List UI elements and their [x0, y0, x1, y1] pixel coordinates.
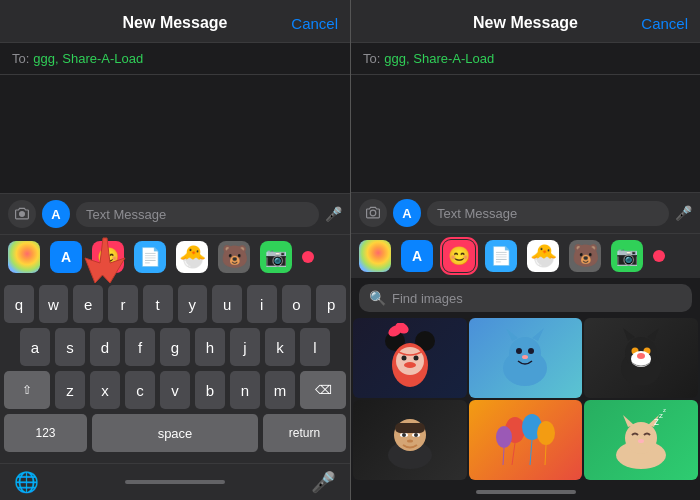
svg-point-18: [528, 348, 534, 354]
left-animoji-app-icon[interactable]: 🐻: [218, 241, 250, 273]
right-text-placeholder: Text Message: [437, 206, 517, 221]
balloons-gif: [490, 405, 560, 475]
key-d[interactable]: d: [90, 328, 120, 366]
right-stickers-app-icon[interactable]: 😊: [443, 240, 475, 272]
key-u[interactable]: u: [212, 285, 242, 323]
right-cancel-button[interactable]: Cancel: [641, 15, 688, 32]
key-m[interactable]: m: [265, 371, 295, 409]
right-input-bar: A Text Message 🎤: [351, 192, 700, 233]
svg-point-40: [537, 421, 555, 445]
sleeping-cat-gif: z z z: [606, 405, 676, 475]
key-q[interactable]: q: [4, 285, 34, 323]
right-home-bar: [351, 484, 700, 500]
key-b[interactable]: b: [195, 371, 225, 409]
left-photos-app-icon[interactable]: [8, 241, 40, 273]
right-animoji-app-icon[interactable]: 🐻: [569, 240, 601, 272]
svg-line-43: [503, 448, 504, 465]
right-appstore-button[interactable]: A: [393, 199, 421, 227]
key-i[interactable]: i: [247, 285, 277, 323]
key-y[interactable]: y: [178, 285, 208, 323]
keyboard-row-1: q w e r t y u i o p: [4, 285, 346, 323]
svg-point-34: [414, 433, 418, 437]
gif-sticker-panel: 🔍 Find images: [351, 278, 700, 484]
left-emoji-button[interactable]: 🌐: [14, 470, 39, 494]
gif-cell-blue-cat[interactable]: [469, 318, 583, 398]
left-memoji-app-icon[interactable]: 🐣: [176, 241, 208, 273]
left-mic-icon: 🎤: [325, 206, 342, 222]
left-more-indicator: [302, 251, 314, 263]
key-l[interactable]: l: [300, 328, 330, 366]
key-j[interactable]: j: [230, 328, 260, 366]
left-message-area[interactable]: [0, 75, 350, 193]
left-bottom-bar: 🌐 🎤: [0, 463, 350, 500]
left-cancel-button[interactable]: Cancel: [291, 15, 338, 32]
right-phone-panel: New Message Cancel To: ggg, Share-A-Load…: [350, 0, 700, 500]
svg-point-35: [407, 440, 413, 443]
right-camera-button[interactable]: [359, 199, 387, 227]
left-header: New Message Cancel: [0, 0, 350, 43]
gif-search-placeholder: Find images: [392, 291, 463, 306]
keyboard-row-3: ⇧ z x c v b n m ⌫: [4, 371, 346, 409]
svg-point-1: [19, 211, 25, 217]
key-delete[interactable]: ⌫: [300, 371, 346, 409]
right-gifs-app-icon[interactable]: 📷: [611, 240, 643, 272]
right-text-input[interactable]: Text Message: [427, 201, 669, 226]
key-a[interactable]: a: [20, 328, 50, 366]
gif-cell-person[interactable]: [353, 400, 467, 480]
key-return[interactable]: return: [263, 414, 346, 452]
svg-point-7: [396, 347, 424, 375]
svg-point-9: [413, 356, 418, 361]
left-stickers-app-icon[interactable]: 😊: [92, 241, 124, 273]
left-mic-button[interactable]: 🎤: [311, 470, 336, 494]
right-photos-app-icon[interactable]: [359, 240, 391, 272]
key-o[interactable]: o: [282, 285, 312, 323]
left-text-placeholder: Text Message: [86, 207, 166, 222]
person-gif: [375, 405, 445, 475]
key-g[interactable]: g: [160, 328, 190, 366]
left-home-indicator: [125, 480, 225, 484]
key-space[interactable]: space: [92, 414, 258, 452]
sylvester-gif: [606, 323, 676, 393]
key-t[interactable]: t: [143, 285, 173, 323]
left-text-input[interactable]: Text Message: [76, 202, 319, 227]
gif-cell-sleeping-cat[interactable]: z z z: [584, 400, 698, 480]
left-gifs-app-icon[interactable]: 📷: [260, 241, 292, 273]
svg-point-3: [370, 210, 376, 216]
right-files-app-icon[interactable]: 📄: [485, 240, 517, 272]
gif-cell-balloons[interactable]: [469, 400, 583, 480]
key-k[interactable]: k: [265, 328, 295, 366]
right-message-area[interactable]: [351, 75, 700, 192]
svg-point-8: [401, 356, 406, 361]
key-v[interactable]: v: [160, 371, 190, 409]
svg-text:z: z: [663, 407, 666, 413]
key-numbers[interactable]: 123: [4, 414, 87, 452]
key-s[interactable]: s: [55, 328, 85, 366]
left-camera-button[interactable]: [8, 200, 36, 228]
gif-search-bar[interactable]: 🔍 Find images: [359, 284, 692, 312]
key-h[interactable]: h: [195, 328, 225, 366]
left-input-bar: A Text Message 🎤: [0, 193, 350, 234]
svg-point-48: [638, 439, 644, 443]
key-f[interactable]: f: [125, 328, 155, 366]
key-n[interactable]: n: [230, 371, 260, 409]
key-p[interactable]: p: [316, 285, 346, 323]
key-c[interactable]: c: [125, 371, 155, 409]
left-phone-panel: New Message Cancel To: ggg, Share-A-Load…: [0, 0, 350, 500]
camera-icon: [14, 206, 30, 222]
key-z[interactable]: z: [55, 371, 85, 409]
right-appstore-app-icon[interactable]: A: [401, 240, 433, 272]
key-r[interactable]: r: [108, 285, 138, 323]
left-appstore-button[interactable]: A: [42, 200, 70, 228]
key-e[interactable]: e: [73, 285, 103, 323]
left-appstore-app-icon[interactable]: A: [50, 241, 82, 273]
svg-rect-30: [395, 423, 425, 433]
key-x[interactable]: x: [90, 371, 120, 409]
gif-cell-sylvester[interactable]: [584, 318, 698, 398]
gif-cell-minnie[interactable]: [353, 318, 467, 398]
right-memoji-app-icon[interactable]: 🐣: [527, 240, 559, 272]
left-to-label: To:: [12, 51, 29, 66]
key-w[interactable]: w: [39, 285, 69, 323]
svg-point-42: [496, 426, 512, 448]
left-files-app-icon[interactable]: 📄: [134, 241, 166, 273]
key-shift[interactable]: ⇧: [4, 371, 50, 409]
